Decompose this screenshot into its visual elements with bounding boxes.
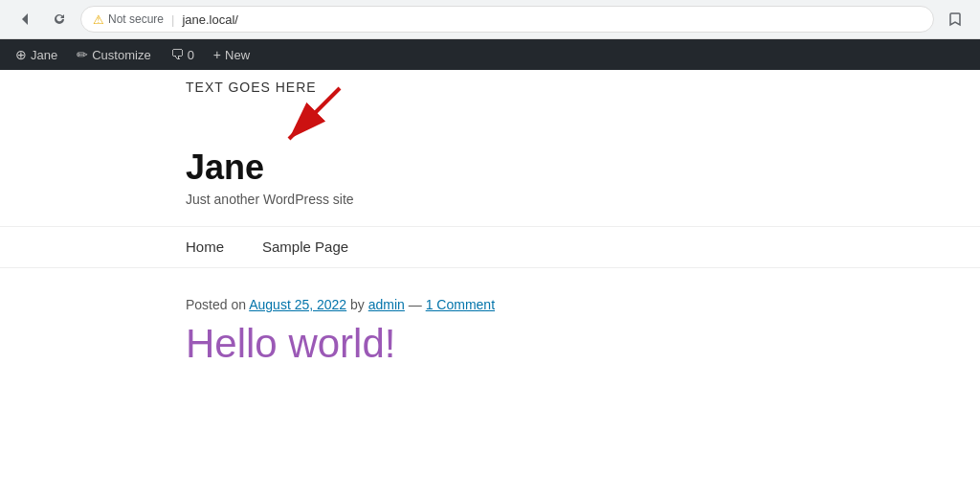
- wp-logo-icon: ⊕: [15, 47, 27, 62]
- back-button[interactable]: [11, 6, 38, 33]
- post-comments-link[interactable]: 1 Comment: [426, 297, 495, 312]
- comments-icon: 🗨: [170, 47, 184, 62]
- wp-admin-bar: ⊕ Jane ✏ Customize 🗨 0 + New: [0, 39, 980, 70]
- nav-links: Home Sample Page: [186, 239, 980, 256]
- nav-link-sample-page[interactable]: Sample Page: [262, 239, 348, 255]
- svg-marker-0: [22, 13, 28, 25]
- post-meta: Posted on August 25, 2022 by admin — 1 C…: [186, 297, 980, 312]
- warning-icon: ⚠: [93, 12, 104, 27]
- admin-bar-customize-label: Customize: [92, 48, 150, 62]
- admin-bar-customize[interactable]: ✏ Customize: [69, 39, 158, 70]
- site-nav: Home Sample Page: [0, 226, 980, 268]
- not-secure-label: Not secure: [108, 12, 164, 26]
- admin-bar-comments[interactable]: 🗨 0: [163, 39, 202, 70]
- reload-button[interactable]: [46, 6, 73, 33]
- post-author-link[interactable]: admin: [368, 297, 405, 312]
- page-content: TEXT GOES HERE Jane Just another WordPre…: [0, 70, 980, 398]
- address-separator: |: [171, 12, 174, 27]
- admin-bar-comments-count: 0: [188, 48, 194, 62]
- main-content: Posted on August 25, 2022 by admin — 1 C…: [0, 268, 980, 397]
- post-author: admin: [368, 297, 405, 312]
- nav-item-home: Home: [186, 239, 224, 256]
- post-comments: 1 Comment: [426, 297, 495, 312]
- customize-icon: ✏: [77, 47, 88, 62]
- url-display: jane.local/: [182, 12, 238, 27]
- new-icon: +: [213, 47, 221, 62]
- svg-line-2: [289, 88, 340, 139]
- site-title: Jane: [186, 147, 980, 188]
- post-title: Hello world!: [186, 320, 980, 368]
- site-header: Jane Just another WordPress site: [0, 127, 980, 226]
- admin-bar-jane[interactable]: ⊕ Jane: [8, 39, 65, 70]
- annotation-arrow: [278, 83, 354, 150]
- address-bar[interactable]: ⚠ Not secure | jane.local/: [80, 6, 934, 33]
- admin-bar-new-label: New: [225, 48, 250, 62]
- nav-link-home[interactable]: Home: [186, 239, 224, 255]
- security-indicator: ⚠ Not secure: [93, 12, 164, 27]
- post-dash: —: [409, 297, 426, 312]
- admin-bar-jane-label: Jane: [31, 48, 57, 62]
- site-description: Just another WordPress site: [186, 192, 980, 207]
- post-date-link[interactable]: August 25, 2022: [249, 297, 346, 312]
- post-meta-prefix: Posted on: [186, 297, 246, 312]
- browser-chrome: ⚠ Not secure | jane.local/: [0, 0, 980, 39]
- annotation-area: TEXT GOES HERE: [0, 70, 980, 127]
- browser-toolbar: ⚠ Not secure | jane.local/: [0, 0, 980, 38]
- bookmark-button[interactable]: [942, 6, 969, 33]
- post-by: by: [350, 297, 368, 312]
- nav-item-sample-page: Sample Page: [262, 239, 348, 256]
- admin-bar-new[interactable]: + New: [206, 39, 257, 70]
- post-date: August 25, 2022: [249, 297, 346, 312]
